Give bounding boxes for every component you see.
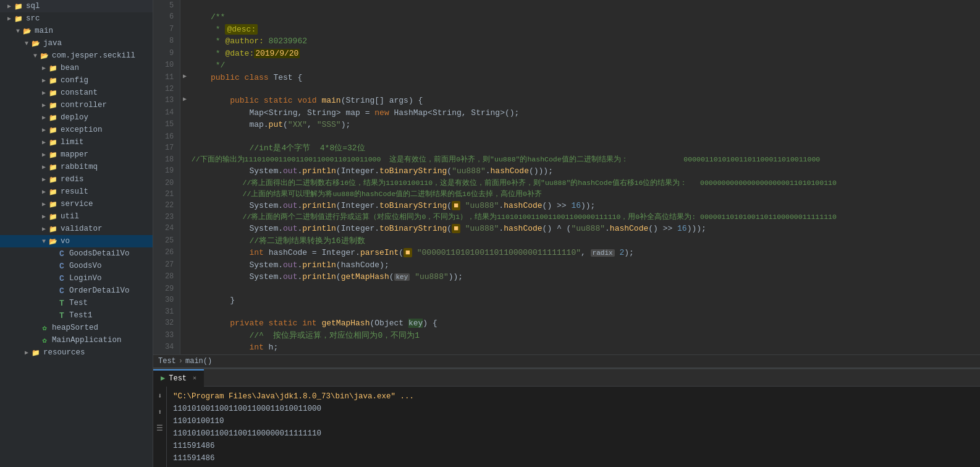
terminal-command-line: "C:\Program Files\Java\jdk1.8.0_73\bin\j… bbox=[173, 390, 974, 403]
sidebar-item-vo[interactable]: ▼ 📂 vo bbox=[0, 235, 153, 247]
sidebar-item-rabbitmq[interactable]: ▶ 📁 rabbitmq bbox=[0, 161, 153, 173]
folder-open-icon: 📂 bbox=[22, 26, 32, 36]
sidebar-item-label: deploy bbox=[61, 113, 88, 122]
code-line-6: 6 /** bbox=[153, 11, 980, 24]
chevron-right-icon: ▶ bbox=[5, 15, 14, 22]
sidebar-item-label: GoodsDetailVo bbox=[69, 249, 130, 258]
sidebar-item-exception[interactable]: ▶ 📁 exception bbox=[0, 124, 153, 136]
terminal-output: "C:\Program Files\Java\jdk1.8.0_73\bin\j… bbox=[167, 387, 980, 467]
sidebar-item-test[interactable]: T Test bbox=[0, 297, 153, 309]
class-icon: C bbox=[57, 261, 67, 271]
sidebar-item-limit[interactable]: ▶ 📁 limit bbox=[0, 136, 153, 148]
sidebar-item-test1[interactable]: T Test1 bbox=[0, 309, 153, 322]
chevron-down-icon: ▼ bbox=[14, 28, 22, 35]
sidebar-item-label: com.jesper.seckill bbox=[52, 51, 135, 60]
code-line-9: 9 * @date:2019/9/20 bbox=[153, 48, 980, 60]
sidebar-item-label: java bbox=[43, 39, 62, 48]
terminal-line-2: 11010100110 bbox=[173, 415, 974, 427]
sidebar-item-label: exception bbox=[61, 126, 103, 134]
sidebar-item-controller[interactable]: ▶ 📁 controller bbox=[0, 99, 153, 111]
code-line-10: 10 */ bbox=[153, 59, 980, 72]
code-line-34: 34 int h; bbox=[153, 341, 980, 354]
sidebar-item-label: controller bbox=[61, 101, 107, 109]
code-editor-area: 5 6 /** 7 * @desc: bbox=[153, 0, 980, 368]
chevron-right-icon: ▶ bbox=[22, 349, 31, 356]
breadcrumb-sep: › bbox=[179, 357, 183, 366]
sidebar-item-label: bean bbox=[61, 64, 79, 72]
sidebar-item-result[interactable]: ▶ 📁 result bbox=[0, 186, 153, 198]
terminal-line-5: 111591486 bbox=[173, 452, 974, 465]
chevron-down-icon: ▼ bbox=[31, 53, 40, 59]
folder-icon: 📁 bbox=[48, 187, 58, 197]
terminal-line-1: 11010100110011001100011010011000 bbox=[173, 403, 974, 415]
main-area: ▶ 📁 sql ▶ 📁 src ▼ 📂 main ▼ 📂 java ▼ 📂 co… bbox=[0, 0, 980, 467]
code-line-14: 14 Map<String, String> map = new HashMap… bbox=[153, 107, 980, 119]
sidebar-item-util[interactable]: ▶ 📁 util bbox=[0, 210, 153, 223]
sidebar-item-main[interactable]: ▼ 📂 main bbox=[0, 25, 153, 37]
code-line-15: 15 map.put("XX", "SSS"); bbox=[153, 119, 980, 131]
terminal-side-buttons: ⬇ ⬆ ☰ bbox=[153, 387, 167, 467]
sidebar-item-label: main bbox=[35, 27, 53, 35]
sidebar: ▶ 📁 sql ▶ 📁 src ▼ 📂 main ▼ 📂 java ▼ 📂 co… bbox=[0, 0, 153, 467]
sidebar-item-goodsvo[interactable]: C GoodsVo bbox=[0, 260, 153, 272]
down-arrow-icon[interactable]: ⬆ bbox=[154, 406, 166, 418]
folder-icon: 📁 bbox=[48, 174, 58, 184]
bottom-tab-test[interactable]: ▶ Test ✕ bbox=[153, 369, 204, 387]
sidebar-item-orderdetailvo[interactable]: C OrderDetailVo bbox=[0, 285, 153, 297]
folder-icon: 📁 bbox=[48, 63, 58, 73]
sidebar-item-label: vo bbox=[61, 237, 70, 246]
sidebar-item-label: heapSorted bbox=[52, 323, 98, 332]
sidebar-item-label: service bbox=[61, 200, 93, 208]
sidebar-item-label: sql bbox=[26, 2, 40, 11]
sidebar-item-label: LoginVo bbox=[69, 274, 102, 283]
sidebar-item-label: validator bbox=[61, 225, 103, 233]
folder-icon: 📁 bbox=[48, 224, 58, 234]
chevron-down-icon: ▼ bbox=[22, 40, 31, 47]
sidebar-item-mapper[interactable]: ▶ 📁 mapper bbox=[0, 148, 153, 161]
menu-icon[interactable]: ☰ bbox=[154, 422, 166, 434]
folder-icon: 📁 bbox=[48, 162, 58, 172]
sidebar-item-service[interactable]: ▶ 📁 service bbox=[0, 198, 153, 210]
folder-icon: 📁 bbox=[48, 88, 58, 98]
sidebar-item-sql[interactable]: ▶ 📁 sql bbox=[0, 0, 153, 12]
sidebar-item-com-jesper-seckill[interactable]: ▼ 📂 com.jesper.seckill bbox=[0, 49, 153, 62]
code-editor[interactable]: 5 6 /** 7 * @desc: bbox=[153, 0, 980, 368]
code-line-25: 25 //将二进制结果转换为16进制数 bbox=[153, 235, 980, 247]
sidebar-item-heapsorted[interactable]: ✿ heapSorted bbox=[0, 322, 153, 334]
sidebar-item-goodsdetailvo[interactable]: C GoodsDetailVo bbox=[0, 247, 153, 260]
sidebar-item-validator[interactable]: ▶ 📁 validator bbox=[0, 223, 153, 235]
sidebar-item-bean[interactable]: ▶ 📁 bean bbox=[0, 62, 153, 74]
sidebar-item-redis[interactable]: ▶ 📁 redis bbox=[0, 173, 153, 186]
class-icon: C bbox=[57, 286, 67, 296]
sidebar-item-label: Test1 bbox=[69, 311, 93, 320]
folder-icon: 📁 bbox=[48, 150, 58, 160]
code-line-22: 22 System.out.println(Integer.toBinarySt… bbox=[153, 200, 980, 212]
code-line-19: 19 System.out.println(Integer.toBinarySt… bbox=[153, 165, 980, 178]
sidebar-item-src[interactable]: ▶ 📁 src bbox=[0, 12, 153, 25]
test-run-icon: ▶ bbox=[161, 370, 165, 387]
sidebar-item-resources[interactable]: ▶ 📁 resources bbox=[0, 346, 153, 359]
breadcrumb-file: Test bbox=[158, 357, 176, 366]
folder-icon: 📁 bbox=[48, 113, 58, 122]
code-line-11: 11 ▶ public class Test { bbox=[153, 72, 980, 84]
sidebar-item-deploy[interactable]: ▶ 📁 deploy bbox=[0, 111, 153, 124]
code-line-31: 31 bbox=[153, 306, 980, 317]
code-line-5: 5 bbox=[153, 0, 980, 11]
sidebar-item-label: constant bbox=[61, 88, 98, 97]
folder-icon: 📁 bbox=[14, 1, 23, 11]
close-icon[interactable]: ✕ bbox=[193, 370, 196, 387]
sidebar-item-config[interactable]: ▶ 📁 config bbox=[0, 74, 153, 87]
sidebar-item-loginvo[interactable]: C LoginVo bbox=[0, 272, 153, 285]
sidebar-item-mainapplication[interactable]: ✿ MainApplication bbox=[0, 334, 153, 346]
code-line-18: 18 //下面的输出为11101000110011001100011010011… bbox=[153, 154, 980, 165]
chevron-right-icon: ▶ bbox=[5, 2, 14, 10]
folder-open-icon: 📂 bbox=[31, 38, 41, 48]
chevron-right-icon: ▶ bbox=[40, 126, 48, 134]
code-line-20: 20 //将上面得出的二进制数右移16位，结果为11010100110，这是有效… bbox=[153, 178, 980, 189]
sidebar-item-label: rabbitmq bbox=[61, 163, 98, 171]
code-line-16: 16 bbox=[153, 131, 980, 142]
test-class-icon: T bbox=[57, 298, 67, 308]
up-arrow-icon[interactable]: ⬇ bbox=[154, 390, 166, 401]
sidebar-item-constant[interactable]: ▶ 📁 constant bbox=[0, 87, 153, 99]
sidebar-item-java[interactable]: ▼ 📂 java bbox=[0, 37, 153, 49]
